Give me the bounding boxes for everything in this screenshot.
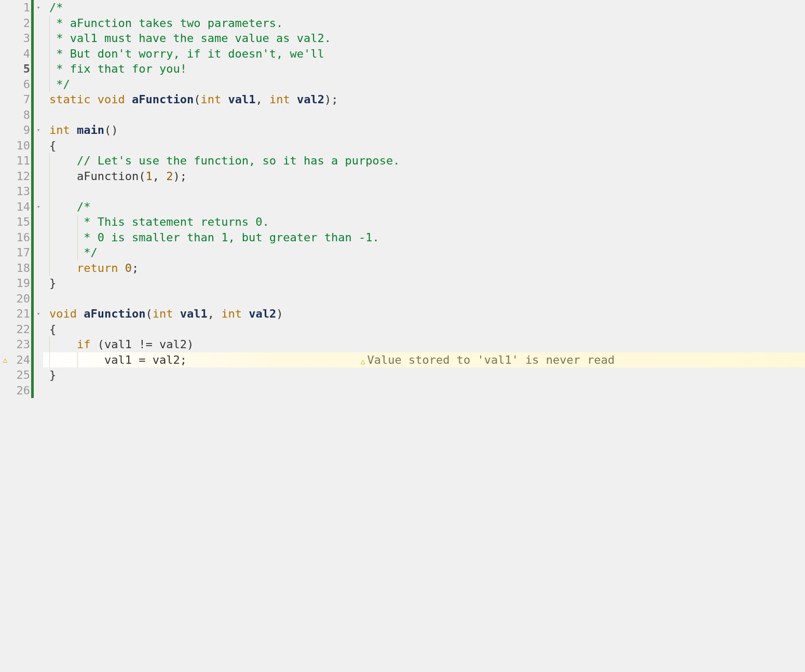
line-number[interactable]: 20 [10, 291, 31, 307]
code-line[interactable]: 9▾int main() [0, 122, 805, 138]
code-content[interactable]: * This statement returns 0. [49, 215, 269, 228]
line-number[interactable]: 11 [10, 153, 31, 169]
code-text[interactable]: * aFunction takes two parameters. [43, 16, 805, 31]
code-line[interactable]: 12 aFunction(1, 2); [0, 169, 805, 184]
code-line[interactable]: 10{ [0, 138, 805, 154]
code-content[interactable]: * aFunction takes two parameters. [49, 17, 283, 30]
line-number[interactable]: 16 [10, 230, 31, 245]
code-text[interactable]: * This statement returns 0. [43, 214, 805, 230]
code-content[interactable]: static void aFunction(int val1, int val2… [49, 93, 338, 106]
code-line[interactable]: 18 return 0; [0, 260, 805, 276]
code-text[interactable]: return 0; [43, 260, 805, 276]
line-number[interactable]: 14 [10, 199, 31, 215]
code-content[interactable]: aFunction(1, 2); [49, 170, 187, 183]
fold-toggle-icon[interactable]: ▾ [37, 199, 40, 215]
fold-gutter[interactable]: ▾ [34, 306, 43, 322]
line-number[interactable]: 6 [10, 77, 31, 92]
code-text[interactable]: void aFunction(int val1, int val2) [43, 306, 805, 322]
code-line[interactable]: 3 * val1 must have the same value as val… [0, 31, 805, 46]
fold-gutter[interactable]: ▾ [34, 0, 43, 16]
code-content[interactable]: return 0; [49, 262, 139, 275]
code-text[interactable]: if (val1 != val2) [43, 337, 805, 352]
code-line[interactable]: 15 * This statement returns 0. [0, 214, 805, 230]
fold-gutter[interactable]: ▾ [34, 122, 43, 138]
code-line[interactable]: 16 * 0 is smaller than 1, but greater th… [0, 230, 805, 245]
code-text[interactable]: * But don't worry, if it doesn't, we'll [43, 46, 805, 62]
code-content[interactable]: void aFunction(int val1, int val2) [49, 307, 283, 320]
fold-gutter[interactable]: ▾ [34, 199, 43, 215]
code-line[interactable]: 19} [0, 276, 805, 291]
code-line[interactable]: 5 * fix that for you! [0, 61, 805, 77]
code-line[interactable]: 4 * But don't worry, if it doesn't, we'l… [0, 46, 805, 62]
code-text[interactable]: } [43, 276, 805, 291]
line-number[interactable]: 12 [10, 169, 31, 184]
code-line[interactable]: 25} [0, 367, 805, 383]
code-line[interactable]: 6 */ [0, 77, 805, 92]
line-number[interactable]: 4 [10, 46, 31, 62]
line-number[interactable]: 19 [10, 276, 31, 291]
line-number[interactable]: 2 [10, 16, 31, 31]
line-number[interactable]: 22 [10, 322, 31, 337]
code-text[interactable]: /* [43, 0, 805, 16]
code-line[interactable]: △24 val1 = val2; △Value stored to 'val1'… [0, 352, 805, 368]
code-line[interactable]: 21▾void aFunction(int val1, int val2) [0, 306, 805, 322]
code-text[interactable]: { [43, 322, 805, 337]
fold-toggle-icon[interactable]: ▾ [37, 306, 40, 322]
line-number[interactable]: 7 [10, 92, 31, 107]
code-content[interactable]: * But don't worry, if it doesn't, we'll [49, 47, 324, 60]
code-line[interactable]: 7static void aFunction(int val1, int val… [0, 92, 805, 107]
code-content[interactable]: /* [49, 1, 63, 14]
line-number[interactable]: 17 [10, 245, 31, 260]
line-number[interactable]: 13 [10, 184, 31, 199]
code-text[interactable] [43, 184, 805, 199]
code-text[interactable]: } [43, 367, 805, 383]
code-text[interactable]: { [43, 138, 805, 154]
code-content[interactable]: * fix that for you! [49, 62, 187, 75]
code-text[interactable] [43, 383, 805, 399]
line-number[interactable]: 3 [10, 31, 31, 46]
code-text[interactable]: val1 = val2; △Value stored to 'val1' is … [43, 352, 805, 368]
code-editor[interactable]: 1▾/*2 * aFunction takes two parameters.3… [0, 0, 805, 672]
line-number[interactable]: 18 [10, 260, 31, 276]
code-text[interactable]: // Let's use the function, so it has a p… [43, 153, 805, 169]
code-content[interactable]: val1 = val2; [49, 353, 187, 366]
code-line[interactable]: 22{ [0, 322, 805, 337]
code-text[interactable]: */ [43, 245, 805, 260]
line-number[interactable]: 21 [10, 306, 31, 322]
code-line[interactable]: 26 [0, 383, 805, 399]
code-line[interactable]: 11 // Let's use the function, so it has … [0, 153, 805, 169]
line-number[interactable]: 1 [10, 0, 31, 16]
code-content[interactable]: * 0 is smaller than 1, but greater than … [49, 231, 379, 244]
code-content[interactable]: */ [49, 78, 70, 91]
code-text[interactable]: * val1 must have the same value as val2. [43, 31, 805, 46]
code-line[interactable]: 13 [0, 184, 805, 199]
code-content[interactable]: /* [49, 200, 90, 213]
line-number[interactable]: 10 [10, 138, 31, 154]
code-content[interactable]: } [49, 277, 56, 290]
code-line[interactable]: 20 [0, 291, 805, 307]
fold-toggle-icon[interactable]: ▾ [37, 0, 40, 16]
code-text[interactable]: aFunction(1, 2); [43, 169, 805, 184]
code-content[interactable]: } [49, 368, 56, 381]
line-number[interactable]: 26 [10, 383, 31, 399]
code-line[interactable]: 1▾/* [0, 0, 805, 16]
code-content[interactable]: { [49, 323, 56, 336]
line-number[interactable]: 15 [10, 214, 31, 230]
code-content[interactable]: // Let's use the function, so it has a p… [49, 154, 400, 167]
line-number[interactable]: 9 [10, 122, 31, 138]
code-content[interactable]: * val1 must have the same value as val2. [49, 32, 331, 45]
line-number[interactable]: 5 [10, 61, 31, 77]
code-text[interactable]: int main() [43, 122, 805, 138]
code-text[interactable]: * 0 is smaller than 1, but greater than … [43, 230, 805, 245]
code-line[interactable]: 14▾ /* [0, 199, 805, 215]
code-line[interactable]: 23 if (val1 != val2) [0, 337, 805, 352]
code-content[interactable]: */ [49, 246, 98, 259]
code-content[interactable]: int main() [49, 124, 118, 136]
code-line[interactable]: 17 */ [0, 245, 805, 260]
code-text[interactable]: * fix that for you! [43, 61, 805, 77]
code-text[interactable] [43, 291, 805, 307]
fold-toggle-icon[interactable]: ▾ [37, 122, 40, 138]
line-number[interactable]: 25 [10, 367, 31, 383]
code-text[interactable] [43, 107, 805, 123]
code-text[interactable]: /* [43, 199, 805, 215]
